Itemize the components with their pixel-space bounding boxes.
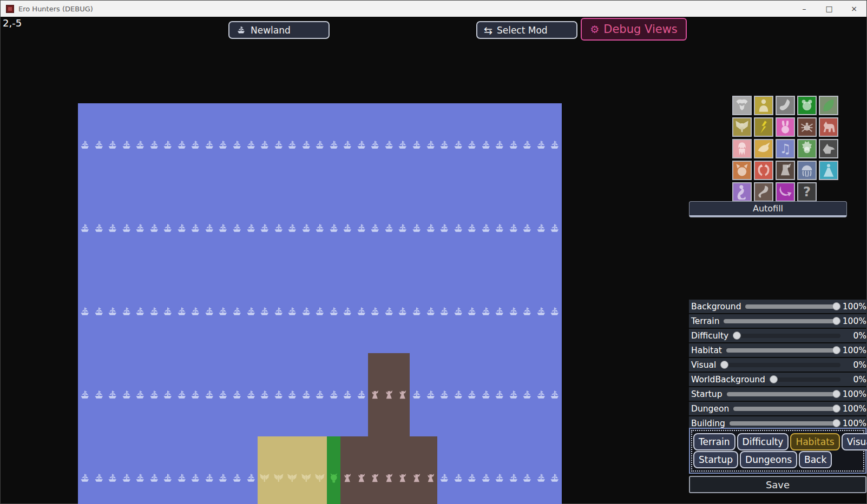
map-tile-water[interactable]	[382, 270, 396, 353]
palette-icon-larva[interactable]	[776, 96, 795, 115]
map-tile-sand[interactable]	[313, 436, 327, 504]
map-tile-water[interactable]	[465, 187, 479, 270]
palette-icon-princess[interactable]	[819, 161, 838, 180]
map-tile-water[interactable]	[147, 103, 161, 187]
map-tile-water[interactable]	[313, 353, 327, 436]
map-tile-water[interactable]	[216, 187, 230, 270]
slider-track[interactable]	[770, 377, 840, 382]
map-tile-water[interactable]	[479, 187, 493, 270]
map-tile-water[interactable]	[437, 187, 451, 270]
map-tile-water[interactable]	[161, 103, 175, 187]
newland-button[interactable]: Newland	[228, 21, 330, 39]
map-tile-water[interactable]	[147, 187, 161, 270]
map-tile-water[interactable]	[272, 353, 286, 436]
map-tile-water[interactable]	[465, 353, 479, 436]
map-tile-water[interactable]	[507, 187, 521, 270]
palette-icon-dryad[interactable]	[797, 139, 817, 158]
map-tile-water[interactable]	[161, 436, 175, 504]
map-tile-water[interactable]	[285, 270, 299, 353]
map-tile-water[interactable]	[424, 187, 438, 270]
palette-icon-wolf[interactable]	[819, 139, 838, 158]
world-map-grid[interactable]	[78, 103, 562, 394]
map-tile-water[interactable]	[258, 270, 272, 353]
map-tile-water[interactable]	[520, 436, 534, 504]
map-tile-water[interactable]	[534, 270, 548, 353]
map-tile-water[interactable]	[354, 103, 369, 187]
map-tile-water[interactable]	[340, 103, 354, 187]
map-tile-water[interactable]	[368, 270, 382, 353]
maximize-button[interactable]: □	[817, 1, 842, 17]
map-tile-forest[interactable]	[410, 436, 424, 504]
map-tile-water[interactable]	[285, 103, 299, 187]
map-tile-water[interactable]	[313, 187, 327, 270]
palette-icon-squid[interactable]	[732, 139, 752, 158]
slider-track[interactable]	[730, 421, 840, 426]
map-tile-water[interactable]	[216, 270, 230, 353]
map-tile-water[interactable]	[548, 353, 562, 436]
slider-knob[interactable]	[832, 404, 840, 413]
palette-icon-crab[interactable]	[754, 161, 773, 180]
palette-icon-bear[interactable]	[797, 96, 817, 115]
palette-icon-moth[interactable]	[732, 117, 752, 137]
palette-icon-leaf[interactable]	[819, 96, 838, 115]
map-tile-water[interactable]	[188, 436, 202, 504]
map-tile-water[interactable]	[133, 436, 147, 504]
map-tile-water[interactable]	[299, 187, 313, 270]
map-tile-water[interactable]	[451, 270, 465, 353]
save-button[interactable]: Save	[689, 476, 866, 493]
autofill-button[interactable]: Autofill	[689, 201, 847, 217]
map-tile-water[interactable]	[520, 103, 534, 187]
palette-icon-harpy[interactable]	[754, 139, 773, 158]
map-tile-water[interactable]	[327, 103, 341, 187]
map-tile-water[interactable]	[133, 187, 147, 270]
map-tile-water[interactable]	[451, 103, 465, 187]
map-tile-water[interactable]	[313, 270, 327, 353]
close-button[interactable]: ×	[842, 1, 866, 17]
palette-icon-imp-tail[interactable]	[776, 182, 795, 202]
map-tile-water[interactable]	[147, 436, 161, 504]
map-tile-water[interactable]	[92, 436, 106, 504]
map-tile-water[interactable]	[465, 270, 479, 353]
map-tile-water[interactable]	[202, 436, 216, 504]
map-tile-water[interactable]	[230, 353, 244, 436]
slider-knob[interactable]	[720, 361, 728, 369]
map-tile-water[interactable]	[437, 270, 451, 353]
palette-icon-minotaur[interactable]	[732, 96, 752, 115]
map-tile-water[interactable]	[133, 353, 147, 436]
map-tile-water[interactable]	[92, 103, 106, 187]
map-tile-water[interactable]	[120, 436, 134, 504]
map-tile-water[interactable]	[106, 187, 120, 270]
map-tile-water[interactable]	[202, 353, 216, 436]
map-tile-water[interactable]	[548, 436, 562, 504]
map-tile-water[interactable]	[354, 187, 369, 270]
select-mod-button[interactable]: ⇆ Select Mod	[476, 21, 577, 39]
map-tile-water[interactable]	[92, 187, 106, 270]
map-tile-water[interactable]	[78, 187, 92, 270]
map-tile-water[interactable]	[507, 436, 521, 504]
map-tile-water[interactable]	[258, 353, 272, 436]
palette-icon-worm[interactable]	[754, 182, 773, 202]
map-tile-water[interactable]	[327, 353, 341, 436]
map-tile-forest[interactable]	[396, 436, 410, 504]
map-tile-water[interactable]	[188, 270, 202, 353]
map-tile-water[interactable]	[451, 353, 465, 436]
mode-button-difficulty[interactable]: Difficulty	[737, 433, 789, 450]
map-tile-water[interactable]	[147, 270, 161, 353]
map-tile-water[interactable]	[299, 270, 313, 353]
map-tile-water[interactable]	[396, 270, 410, 353]
map-tile-water[interactable]	[534, 187, 548, 270]
map-tile-forest[interactable]	[340, 436, 354, 504]
slider-knob[interactable]	[832, 390, 840, 398]
minimize-button[interactable]: –	[792, 1, 817, 17]
mode-button-terrain[interactable]: Terrain	[693, 433, 735, 450]
map-tile-water[interactable]	[175, 187, 189, 270]
map-tile-water[interactable]	[120, 353, 134, 436]
map-tile-water[interactable]	[340, 270, 354, 353]
map-tile-water[interactable]	[410, 103, 424, 187]
map-tile-water[interactable]	[327, 187, 341, 270]
map-tile-water[interactable]	[175, 436, 189, 504]
map-tile-water[interactable]	[120, 270, 134, 353]
map-tile-water[interactable]	[272, 103, 286, 187]
map-tile-water[interactable]	[313, 103, 327, 187]
map-tile-water[interactable]	[272, 270, 286, 353]
